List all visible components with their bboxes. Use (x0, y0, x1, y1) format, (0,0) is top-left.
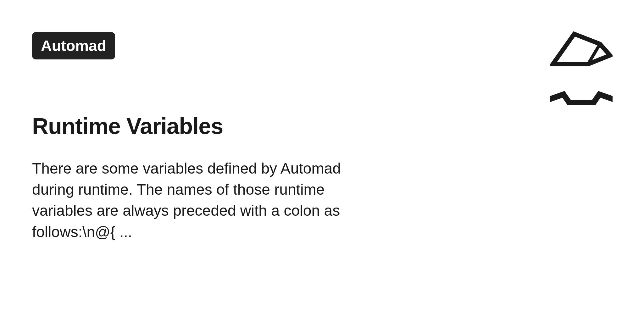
brand-badge-label: Automad (41, 37, 106, 54)
brand-badge: Automad (32, 32, 115, 59)
page-title: Runtime Variables (32, 113, 378, 139)
main-content: Runtime Variables There are some variabl… (32, 113, 378, 242)
brand-logo-icon (550, 31, 613, 107)
page-body-text: There are some variables defined by Auto… (32, 158, 378, 242)
